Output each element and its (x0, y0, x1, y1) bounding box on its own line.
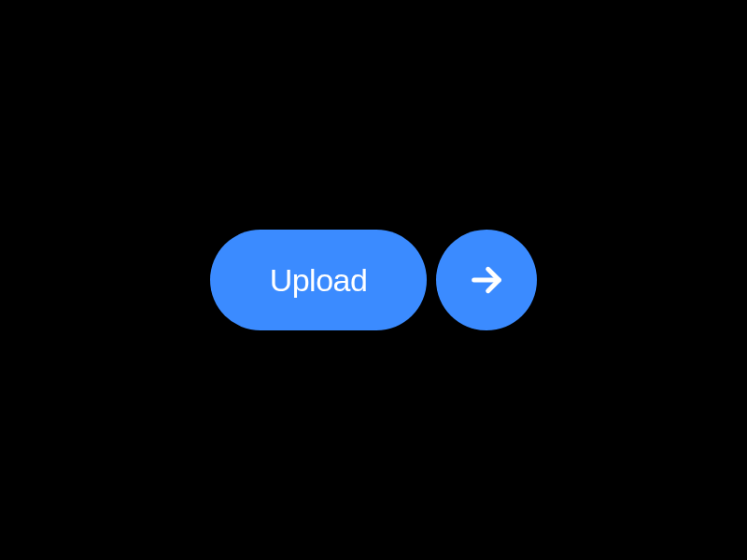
arrow-right-icon (468, 261, 505, 299)
upload-button-label: Upload (270, 262, 368, 299)
submit-button[interactable] (436, 230, 537, 330)
upload-button-group: Upload (210, 230, 538, 330)
upload-button[interactable]: Upload (210, 230, 428, 330)
